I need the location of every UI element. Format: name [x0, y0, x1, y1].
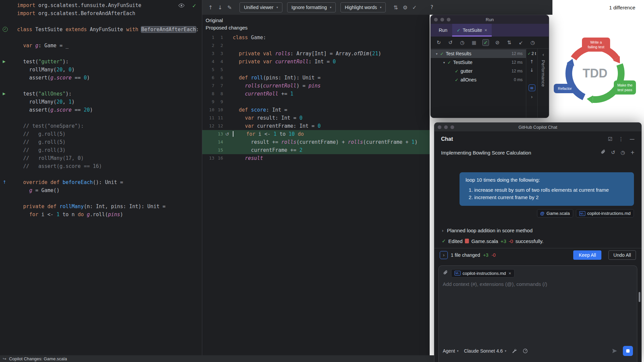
diff-line[interactable]: 88 currentRoll += 1 [202, 90, 430, 98]
close-window-icon[interactable] [434, 18, 438, 21]
status-message[interactable]: Copilot Changes: Game.scala [9, 356, 67, 361]
attach-icon[interactable] [600, 149, 606, 156]
edit-pencil-icon[interactable]: ✎ [227, 4, 232, 11]
previous-change-icon[interactable]: ↑ [208, 4, 213, 11]
revert-change-icon[interactable]: ↺ [223, 130, 231, 138]
diff-pane[interactable]: Original Proposed changes 11class Game:2… [202, 15, 430, 355]
diff-line[interactable]: 14 result += rolls(currentFrame) + rolls… [202, 138, 430, 146]
chevron-right-icon[interactable]: › [442, 228, 444, 233]
editor-line[interactable] [0, 50, 202, 58]
override-gutter-icon[interactable]: ↑ [3, 178, 6, 186]
test-editor-pane[interactable]: ✓ import org.scalatest.funsuite.AnyFunSu… [0, 0, 202, 355]
diff-line[interactable]: 1316 result [202, 154, 430, 162]
editor-line[interactable] [0, 34, 202, 42]
editor-line[interactable]: assert(g.score == 20) [0, 106, 202, 114]
collapse-unchanged-icon[interactable]: ⇅ [393, 4, 398, 11]
ignore-formatting-dropdown[interactable]: Ignore formatting ▾ [287, 2, 336, 12]
test-tree-row[interactable]: ✓allOnes0 ms [431, 75, 526, 84]
new-chat-icon[interactable]: + [630, 149, 635, 156]
sort-icon[interactable]: ⇅ [506, 39, 513, 46]
test-tree-row[interactable]: ▾✓TestSuite12 ms [431, 58, 526, 67]
chevron-down-icon[interactable]: ▾ [434, 52, 439, 56]
run-window[interactable]: Run Run ✓ TestSuite × ↻ ↺ ◷ ■ ✓ ⊘ ⇅ ↙ ◷ … [430, 15, 549, 118]
editor-line[interactable]: // rollMany(17, 0) [0, 154, 202, 162]
attachment-chip[interactable]: @Game.scala [537, 209, 573, 218]
editor-line[interactable]: assert(g.score == 0) [0, 74, 202, 82]
undo-all-button[interactable]: Undo All [608, 250, 636, 260]
editor-line[interactable] [0, 194, 202, 202]
tools-icon[interactable] [512, 348, 517, 354]
performance-panel-tab[interactable]: ‹ Performance [537, 49, 549, 118]
copilot-chat-window[interactable]: GitHub Copilot Chat Chat ☑ ⋮ — Implement… [434, 122, 642, 362]
editor-line[interactable]: g = Game() [0, 186, 202, 194]
show-ignored-toggle-icon[interactable]: ⊘ [494, 39, 501, 46]
tab-run[interactable]: Run [434, 24, 452, 37]
inspections-ok-icon[interactable]: ✓ [192, 3, 197, 9]
diff-line[interactable]: 33 private val rolls: Array[Int] = Array… [202, 50, 430, 58]
test-tree-row[interactable]: ✓gutter12 ms [431, 67, 526, 75]
maximize-window-icon[interactable] [447, 18, 450, 21]
expand-right-icon[interactable]: › [531, 94, 533, 100]
diff-line[interactable]: 11class Game: [202, 34, 430, 42]
collapse-left-icon[interactable]: ‹ [542, 52, 544, 57]
usage-gauge-icon[interactable] [523, 348, 528, 354]
diff-line[interactable]: 1212 var currentFrame: Int = 0 [202, 122, 430, 130]
chat-input-placeholder[interactable]: Add context (#), extensions (@), command… [443, 281, 633, 287]
help-icon[interactable]: ? [430, 4, 433, 10]
import-results-icon[interactable]: ↙ [518, 39, 524, 46]
tab-testsuite[interactable]: ✓ TestSuite × [452, 24, 492, 37]
editor-line[interactable] [0, 114, 202, 122]
editor-line[interactable]: // g.roll(3) [0, 146, 202, 154]
edited-file-link[interactable]: Game.scala [471, 238, 498, 244]
minimize-window-icon[interactable] [440, 18, 444, 21]
close-window-icon[interactable] [438, 125, 441, 129]
open-in-editor-icon[interactable]: ☑ [608, 136, 612, 142]
next-test-icon[interactable]: ↓ [530, 67, 534, 73]
attachment-chip[interactable]: M↓copilot-instructions.md [576, 209, 634, 218]
model-dropdown[interactable]: Claude Sonnet 4.6 ▾ [464, 348, 506, 354]
filter-icon[interactable]: ≡ [529, 84, 535, 91]
window-controls[interactable] [434, 18, 450, 21]
editor-line[interactable]: ▶ test("gutter"): [0, 58, 202, 66]
editor-line[interactable]: var g: Game = _ [0, 42, 202, 50]
run-window-titlebar[interactable]: Run [431, 15, 549, 24]
rerun-icon[interactable]: ↻ [435, 39, 442, 46]
history-icon[interactable]: ◷ [621, 149, 625, 156]
more-menu-icon[interactable]: ⋮ [619, 136, 624, 142]
keep-all-button[interactable]: Keep All [573, 250, 601, 260]
diff-line[interactable]: 77 rolls(currentRoll) = pins [202, 82, 430, 90]
viewer-mode-dropdown[interactable]: Unified viewer ▾ [239, 2, 282, 12]
eye-icon[interactable] [178, 3, 185, 9]
editor-line[interactable]: ▶ test("allOnes"): [0, 90, 202, 98]
show-passed-toggle-icon[interactable]: ✓ [482, 39, 489, 46]
editor-line[interactable]: // g.roll(5) [0, 138, 202, 146]
performance-label[interactable]: Performance [541, 60, 546, 87]
stop-icon[interactable]: ■ [471, 39, 477, 46]
editor-line[interactable] [0, 17, 202, 25]
class-run-gutter-icon[interactable]: ✓ [3, 27, 8, 32]
paperclip-icon[interactable] [443, 270, 448, 277]
run-gutter-icon[interactable]: ▶ [3, 90, 5, 98]
editor-line[interactable]: for i <- 1 to n do g.roll(pins) [0, 210, 202, 219]
diff-line[interactable]: 15 currentFrame += 2 [202, 146, 430, 154]
highlight-words-dropdown[interactable]: Highlight words ▾ [340, 2, 386, 12]
chevron-down-icon[interactable]: ▾ [441, 61, 447, 64]
expand-changes-button[interactable]: › [440, 251, 448, 259]
auto-test-icon[interactable]: ◷ [459, 39, 466, 46]
diff-line[interactable]: 1010 def score: Int = [202, 106, 430, 114]
diff-line[interactable]: 22 [202, 42, 430, 50]
diff-line[interactable]: 1111 var result: Int = 0 [202, 114, 430, 122]
next-change-icon[interactable]: ↓ [218, 4, 222, 11]
editor-line[interactable] [0, 170, 202, 178]
chat-body[interactable]: loop 10 times doing the following: incre… [434, 158, 641, 248]
previous-test-icon[interactable]: ↑ [530, 59, 534, 64]
diff-line[interactable]: 44 private var currentRoll: Int = 0 [202, 58, 430, 66]
remove-chip-icon[interactable]: × [508, 271, 511, 276]
editor-line[interactable]: rollMany(20, 0) [0, 66, 202, 74]
editor-line[interactable]: private def rollMany(n: Int, pins: Int):… [0, 202, 202, 210]
stop-button[interactable] [623, 346, 633, 356]
editor-line[interactable]: // assert(g.score == 16) [0, 162, 202, 170]
editor-line[interactable]: rollMany(20, 1) [0, 98, 202, 106]
context-chip[interactable]: M↓ copilot-instructions.md × [451, 269, 515, 278]
settings-gear-icon[interactable]: ⚙ [403, 4, 408, 11]
